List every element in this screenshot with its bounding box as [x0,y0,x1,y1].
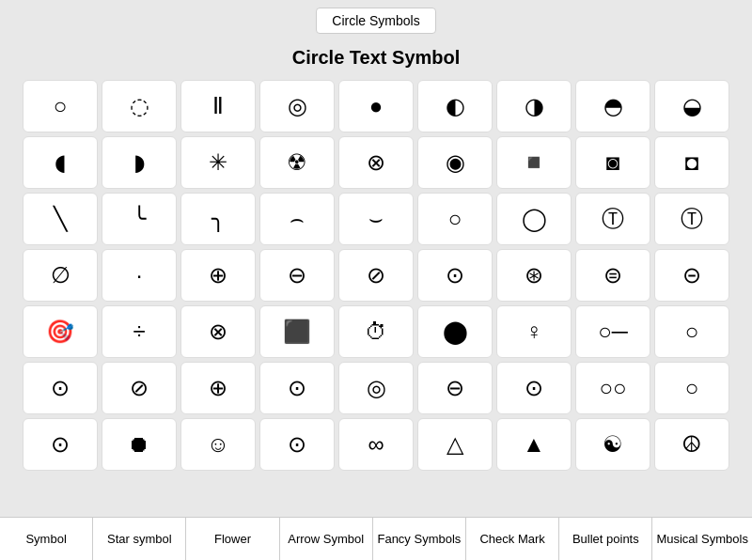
symbol-cell[interactable]: · [102,249,177,302]
symbol-cell[interactable]: ╲ [23,193,98,245]
symbol-cell[interactable]: Ⓣ [575,193,650,245]
symbol-cell[interactable]: ○ [417,193,493,245]
symbol-cell[interactable]: ○○ [575,362,650,414]
symbol-row-4: ∅ · ⊕ ⊖ ⊘ ⊙ ⊛ ⊜ ⊝ [8,249,744,302]
symbol-row-2: ◖ ◗ ✳ ☢ ⊗ ◉ ◾ ◙ ◘ [8,136,744,189]
symbol-cell[interactable]: ⊜ [575,249,650,302]
symbol-cell[interactable]: ∅ [23,249,98,302]
circle-symbols-tab[interactable]: Circle Symbols [316,8,435,34]
nav-item-check-mark[interactable]: Check Mark [466,518,559,560]
symbol-cell[interactable]: ⊖ [417,362,493,414]
symbol-cell[interactable]: ◘ [654,136,729,189]
symbol-row-1: ○ ◌ Ⅱ ◎ ● ◐ ◑ ◓ ◒ [8,80,744,132]
page-title: Circle Text Symbol [0,38,752,76]
nav-item-arrow-symbol[interactable]: Arrow Symbol [280,518,373,560]
nav-item-bullet-points[interactable]: Bullet points [559,518,652,560]
symbol-cell[interactable]: ☺ [180,418,256,471]
symbol-cell[interactable]: ● [338,80,414,132]
symbol-cell[interactable]: ╮ [180,193,256,245]
symbol-cell[interactable]: ⏱ [338,305,414,358]
symbol-cell[interactable]: ⊝ [654,249,729,302]
symbol-cell[interactable]: ☢ [259,136,335,189]
symbol-row-7: ⊙ ⏺ ☺ ⊙ ∞ △ ▲ ☯ ☮ [8,418,744,471]
symbol-cell[interactable]: ◐ [417,80,493,132]
nav-item-musical-symbols[interactable]: Musical Symbols [652,518,752,560]
symbol-cell[interactable]: ⬛ [259,305,335,358]
symbol-cell[interactable]: ⊛ [496,249,572,302]
symbol-row-6: ⊙ ⊘ ⊕ ⊙ ◎ ⊖ ⊙ ○○ ○ [8,362,744,414]
symbol-cell[interactable]: Ⅱ [180,80,256,132]
symbol-cell[interactable]: ◎ [259,80,335,132]
symbol-cell[interactable]: ⊙ [259,418,335,471]
symbols-area: ○ ◌ Ⅱ ◎ ● ◐ ◑ ◓ ◒ ◖ ◗ ✳ ☢ ⊗ ◉ ◾ ◙ ◘ ╲ ╰ … [0,76,752,517]
nav-item-symbol[interactable]: Symbol [0,518,93,560]
symbol-cell[interactable]: ⬤ [417,305,493,358]
symbol-cell[interactable]: ⊘ [338,249,414,302]
symbol-cell[interactable]: ◾ [496,136,572,189]
nav-item-star-symbol[interactable]: Star symbol [93,518,186,560]
symbol-cell[interactable]: ◒ [654,80,729,132]
nav-item-flower[interactable]: Flower [186,518,279,560]
symbol-cell[interactable]: ☯ [575,418,650,471]
symbol-cell[interactable]: ○ [23,80,98,132]
symbol-cell[interactable]: ✳ [180,136,256,189]
symbol-cell[interactable]: ▲ [496,418,572,471]
symbol-cell[interactable]: ○─ [575,305,650,358]
nav-item-fancy-symbols[interactable]: Fancy Symbols [373,518,466,560]
symbol-cell[interactable]: ◗ [102,136,177,189]
bottom-nav: Symbol Star symbol Flower Arrow Symbol F… [0,517,752,560]
symbol-cell[interactable]: ∞ [338,418,414,471]
symbol-cell[interactable]: ⊕ [180,249,256,302]
symbol-cell[interactable]: ⌣ [338,193,414,245]
symbol-cell[interactable]: ⊙ [23,362,98,414]
symbol-cell[interactable]: ⊙ [417,249,493,302]
symbol-cell[interactable]: ◎ [338,362,414,414]
symbol-cell[interactable]: ◉ [417,136,493,189]
symbol-cell[interactable]: ☮ [654,418,729,471]
symbol-cell[interactable]: ◌ [102,80,177,132]
symbol-cell[interactable]: ⊗ [180,305,256,358]
symbol-cell[interactable]: ◑ [496,80,572,132]
symbol-cell[interactable]: ◯ [496,193,572,245]
symbol-cell[interactable]: △ [417,418,493,471]
symbol-cell[interactable]: ○ [654,305,729,358]
symbol-cell[interactable]: ⊙ [259,362,335,414]
symbol-cell[interactable]: Ⓣ [654,193,729,245]
symbol-row-3: ╲ ╰ ╮ ⌢ ⌣ ○ ◯ Ⓣ Ⓣ [8,193,744,245]
symbol-cell[interactable]: ⊙ [23,418,98,471]
symbol-cell[interactable]: ÷ [102,305,177,358]
symbol-row-5: 🎯 ÷ ⊗ ⬛ ⏱ ⬤ ♀ ○─ ○ [8,305,744,358]
symbol-cell[interactable]: ⊕ [180,362,256,414]
symbol-cell[interactable]: ╰ [102,193,177,245]
symbol-cell[interactable]: ♀ [496,305,572,358]
symbol-cell[interactable]: ⊘ [102,362,177,414]
symbol-cell[interactable]: ◙ [575,136,650,189]
symbol-cell[interactable]: ○ [654,362,729,414]
symbol-cell[interactable]: ⊗ [338,136,414,189]
symbol-cell[interactable]: ⊖ [259,249,335,302]
symbol-cell[interactable]: ⌢ [259,193,335,245]
symbol-cell[interactable]: 🎯 [23,305,98,358]
symbol-cell[interactable]: ◖ [23,136,98,189]
symbol-cell[interactable]: ◓ [575,80,650,132]
symbol-cell[interactable]: ⏺ [102,418,177,471]
symbol-cell[interactable]: ⊙ [496,362,572,414]
